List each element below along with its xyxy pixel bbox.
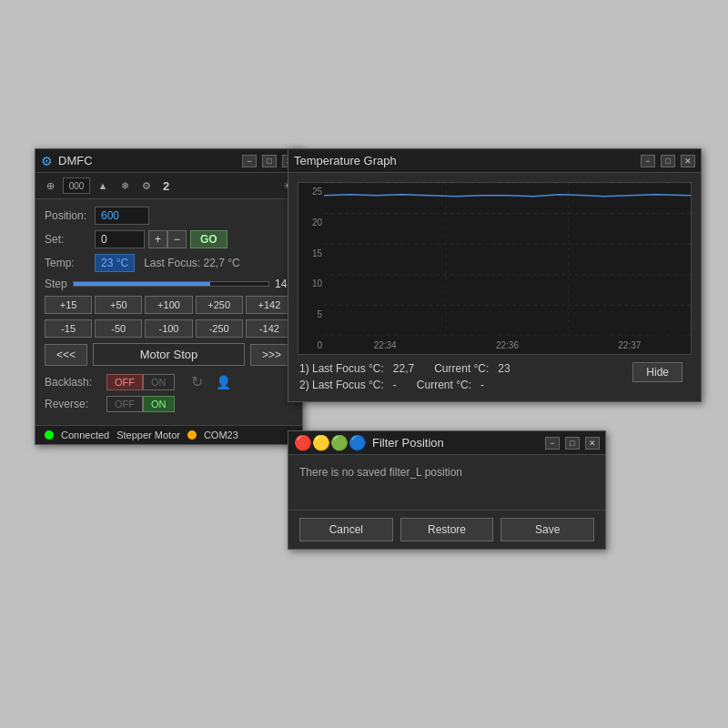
legend2-last-value: - bbox=[393, 379, 397, 391]
temp-title: Temperature Graph bbox=[294, 154, 635, 167]
step-plus50[interactable]: +50 bbox=[95, 296, 142, 314]
legend1-label: 1) Last Focus °C: bbox=[299, 362, 384, 375]
reverse-label: Reverse: bbox=[45, 398, 99, 410]
dmfc-title: DMFC bbox=[58, 154, 237, 167]
motor-row: <<< Motor Stop >>> bbox=[45, 343, 293, 366]
step-bar-fill bbox=[74, 282, 210, 286]
temp-value: 23 °C bbox=[95, 254, 135, 272]
step-minus50[interactable]: -50 bbox=[95, 319, 142, 338]
backlash-row: Backlash: OFF ON ↻ 👤 bbox=[45, 373, 293, 390]
motor-stop-button[interactable]: Motor Stop bbox=[93, 343, 245, 366]
legend1-current-label: Current °C: bbox=[434, 362, 489, 375]
up-arrow-icon[interactable]: ▲ bbox=[94, 177, 112, 195]
connection-status-dot bbox=[45, 430, 54, 440]
filter-buttons: Cancel Restore Save bbox=[288, 510, 605, 549]
decrement-button[interactable]: − bbox=[167, 230, 187, 248]
step-row: Step 142 bbox=[45, 278, 293, 290]
focus-icon[interactable]: ⊕ bbox=[41, 177, 59, 195]
graph-area: 25 20 15 10 5 0 bbox=[288, 173, 701, 401]
y-label-20: 20 bbox=[300, 217, 322, 228]
legend-row-2: 2) Last Focus °C: - Current °C: - bbox=[299, 379, 511, 391]
graph-footer: 1) Last Focus °C: 22,7 Current °C: 23 2)… bbox=[298, 362, 692, 397]
x-label-2236: 22:36 bbox=[496, 340, 519, 350]
settings-icon[interactable]: ⚙ bbox=[137, 177, 156, 195]
save-button[interactable]: Save bbox=[500, 518, 594, 541]
filter-maximize-button[interactable]: □ bbox=[565, 437, 580, 450]
backlash-toggle: OFF ON bbox=[106, 374, 175, 390]
set-row: Set: + − GO bbox=[45, 230, 293, 248]
graph-inner bbox=[324, 183, 691, 336]
step-plus100[interactable]: +100 bbox=[145, 296, 192, 314]
dmfc-minimize-button[interactable]: − bbox=[242, 155, 257, 167]
step-minus142[interactable]: -142 bbox=[246, 319, 293, 338]
filter-close-button[interactable]: ✕ bbox=[585, 437, 600, 450]
y-label-5: 5 bbox=[300, 309, 322, 319]
step-minus100[interactable]: -100 bbox=[145, 319, 192, 338]
x-label-2237: 22:37 bbox=[618, 340, 641, 350]
port-status-dot bbox=[187, 430, 197, 440]
status-bar: Connected Stepper Motor COM23 bbox=[35, 425, 302, 444]
legend1-last-value: 22,7 bbox=[393, 362, 414, 375]
reverse-row: Reverse: OFF ON bbox=[45, 396, 293, 412]
filter-message: There is no saved filter_L position bbox=[299, 466, 462, 479]
filter-title-bar: 🔴🟡🟢🔵 Filter Position − □ ✕ bbox=[288, 431, 605, 455]
backlash-off-button[interactable]: OFF bbox=[106, 374, 143, 390]
dmfc-maximize-button[interactable]: □ bbox=[262, 155, 277, 167]
temp-minimize-button[interactable]: − bbox=[641, 155, 655, 167]
legend-row-1: 1) Last Focus °C: 22,7 Current °C: 23 bbox=[299, 362, 511, 375]
dmfc-toolbar: ⊕ 000 ▲ ❄ ⚙ 2 ☀ bbox=[35, 173, 302, 199]
backward-button[interactable]: <<< bbox=[45, 344, 87, 366]
graph-y-labels: 25 20 15 10 5 0 bbox=[298, 183, 324, 354]
filter-minimize-button[interactable]: − bbox=[545, 437, 560, 450]
filter-logo-icon: 🔴🟡🟢🔵 bbox=[294, 434, 367, 451]
dmfc-content: Position: 600 Set: + − GO Temp: 23 °C La… bbox=[35, 199, 302, 425]
temp-maximize-button[interactable]: □ bbox=[661, 155, 675, 167]
reverse-toggle: OFF ON bbox=[106, 396, 175, 412]
temp-label: Temp: bbox=[45, 257, 95, 269]
snowflake-icon[interactable]: ❄ bbox=[116, 177, 134, 195]
temperature-graph-window: Temperature Graph − □ ✕ 25 20 15 10 5 0 bbox=[288, 148, 702, 402]
step-plus142[interactable]: +142 bbox=[246, 296, 293, 314]
restore-button[interactable]: Restore bbox=[400, 518, 494, 541]
toolbar-counter: 000 bbox=[63, 177, 90, 194]
legend2-current-value: - bbox=[480, 379, 484, 391]
backlash-on-button[interactable]: ON bbox=[143, 374, 175, 390]
set-input[interactable] bbox=[95, 230, 145, 248]
graph-container: 25 20 15 10 5 0 bbox=[298, 182, 692, 355]
filter-position-window: 🔴🟡🟢🔵 Filter Position − □ ✕ There is no s… bbox=[288, 430, 606, 550]
temp-row: Temp: 23 °C Last Focus: 22,7 °C bbox=[45, 254, 293, 272]
dmfc-logo-icon: ⚙ bbox=[41, 154, 53, 168]
y-label-15: 15 bbox=[300, 248, 322, 258]
reverse-off-button[interactable]: OFF bbox=[106, 396, 143, 412]
hide-button[interactable]: Hide bbox=[632, 362, 682, 382]
graph-svg bbox=[324, 183, 691, 336]
step-progress-bar bbox=[73, 281, 269, 287]
toolbar-number: 2 bbox=[163, 179, 169, 193]
temp-title-bar: Temperature Graph − □ ✕ bbox=[288, 149, 701, 173]
port-text: COM23 bbox=[204, 430, 238, 440]
step-minus15[interactable]: -15 bbox=[45, 319, 92, 338]
forward-button[interactable]: >>> bbox=[250, 344, 293, 366]
backlash-label: Backlash: bbox=[45, 376, 99, 389]
temp-close-button[interactable]: ✕ bbox=[681, 155, 695, 167]
filter-title: Filter Position bbox=[372, 436, 540, 450]
legend1-current-value: 23 bbox=[498, 362, 510, 375]
y-label-25: 25 bbox=[300, 187, 322, 197]
reverse-on-button[interactable]: ON bbox=[143, 396, 175, 412]
last-focus-text: Last Focus: 22,7 °C bbox=[144, 257, 240, 269]
filter-content: There is no saved filter_L position bbox=[288, 455, 605, 510]
cancel-button[interactable]: Cancel bbox=[299, 518, 393, 541]
set-label: Set: bbox=[45, 233, 95, 246]
step-buttons-negative: -15 -50 -100 -250 -142 bbox=[45, 319, 293, 338]
dmfc-window: ⚙ DMFC − □ ✕ ⊕ 000 ▲ ❄ ⚙ 2 ☀ Position: 6… bbox=[35, 148, 303, 445]
connection-status-text: Connected bbox=[61, 430, 109, 440]
motor-type-text: Stepper Motor bbox=[116, 430, 180, 440]
increment-button[interactable]: + bbox=[148, 230, 167, 248]
position-value: 600 bbox=[95, 207, 149, 225]
graph-x-labels: 22:34 22:36 22:37 bbox=[324, 336, 691, 354]
step-plus15[interactable]: +15 bbox=[45, 296, 92, 314]
go-button[interactable]: GO bbox=[190, 230, 228, 248]
step-minus250[interactable]: -250 bbox=[196, 319, 243, 338]
step-plus250[interactable]: +250 bbox=[196, 296, 243, 314]
x-label-2234: 22:34 bbox=[374, 340, 397, 350]
